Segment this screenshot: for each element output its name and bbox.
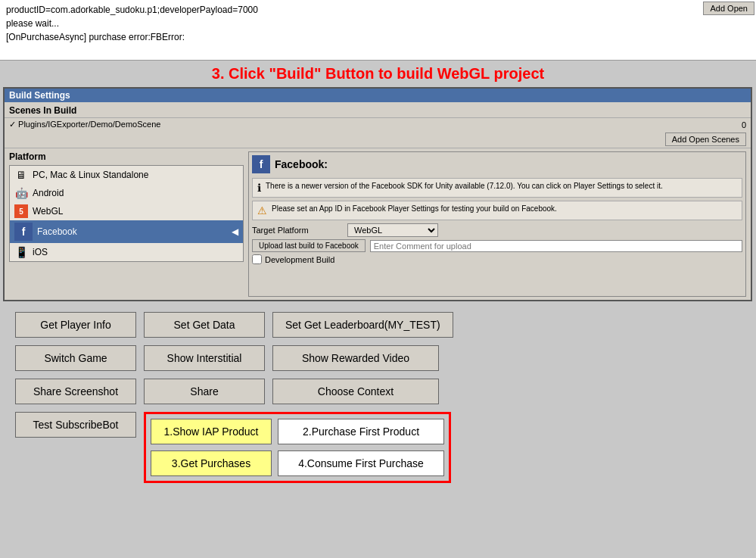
- button-row-4: Test SubscribeBot 1.Show IAP Product 2.P…: [15, 412, 741, 483]
- set-get-leaderboard-button[interactable]: Set Get Leaderboard(MY_TEST): [272, 312, 453, 338]
- share-screenshot-button[interactable]: Share Screenshot: [15, 379, 136, 404]
- log-text: productID=com.adorkable_sudoku.p1;develo…: [6, 5, 258, 42]
- iap-row-2: 3.Get Purchases 4.Consume First Purchase: [151, 450, 444, 476]
- webgl-icon: 5: [14, 204, 28, 218]
- right-panel-header: f Facebook:: [252, 155, 742, 173]
- log-area: productID=com.adorkable_sudoku.p1;develo…: [0, 0, 756, 61]
- show-iap-product-button[interactable]: 1.Show IAP Product: [151, 419, 272, 444]
- ios-icon: 📱: [14, 245, 28, 259]
- build-settings-title: Build Settings: [5, 89, 751, 102]
- platform-item-android[interactable]: 🤖 Android: [10, 184, 243, 202]
- sdk-notice: ℹ There is a newer version of the Facebo…: [252, 178, 742, 198]
- facebook-logo: f: [252, 155, 270, 173]
- pc-icon: 🖥: [14, 168, 28, 182]
- switch-game-button[interactable]: Switch Game: [15, 345, 136, 371]
- platform-item-ios[interactable]: 📱 iOS: [10, 243, 243, 261]
- platform-item-pc[interactable]: 🖥 PC, Mac & Linux Standalone: [10, 166, 243, 184]
- scenes-in-build-header: Scenes In Build: [5, 102, 751, 118]
- platform-item-label: PC, Mac & Linux Standalone: [33, 170, 148, 180]
- purchase-first-product-button[interactable]: 2.Purchase First Product: [278, 419, 444, 444]
- step-label: 3. Click "Build" Button to build WebGL p…: [0, 61, 756, 87]
- target-platform-row: Target Platform WebGL: [252, 223, 742, 237]
- get-purchases-button[interactable]: 3.Get Purchases: [151, 450, 272, 476]
- platform-item-webgl[interactable]: 5 WebGL: [10, 202, 243, 220]
- iap-group: 1.Show IAP Product 2.Purchase First Prod…: [144, 412, 451, 483]
- right-panel-title: Facebook:: [275, 158, 328, 170]
- buttons-area: Get Player Info Set Get Data Set Get Lea…: [0, 304, 756, 498]
- test-subscribe-bot-button[interactable]: Test SubscribeBot: [15, 412, 136, 438]
- switch-platform-icon: ◀: [232, 226, 238, 237]
- upload-comment-input[interactable]: [370, 240, 742, 252]
- log-line3: [OnPurchaseAsync] purchase error:FBError…: [6, 32, 185, 42]
- scene-checkbox[interactable]: ✓ Plugins/IGExporter/Demo/DemoScene: [9, 120, 160, 129]
- button-row-1: Get Player Info Set Get Data Set Get Lea…: [15, 312, 741, 338]
- log-line1: productID=com.adorkable_sudoku.p1;develo…: [6, 5, 258, 15]
- platform-item-label: WebGL: [33, 206, 63, 217]
- appid-notice-text: Please set an App ID in Facebook Player …: [272, 204, 557, 213]
- add-open-button[interactable]: Add Open: [703, 2, 754, 15]
- platform-list: 🖥 PC, Mac & Linux Standalone 🤖 Android 5…: [9, 165, 244, 262]
- add-open-scenes-button[interactable]: Add Open Scenes: [665, 132, 746, 146]
- right-panel: f Facebook: ℹ There is a newer version o…: [248, 151, 746, 297]
- scene-index: 0: [742, 120, 746, 129]
- target-platform-select[interactable]: WebGL: [347, 223, 438, 237]
- show-interstitial-button[interactable]: Show Interstitial: [144, 345, 265, 371]
- platform-item-label: iOS: [33, 247, 48, 257]
- button-row-2: Switch Game Show Interstitial Show Rewar…: [15, 345, 741, 371]
- build-settings-panel: Build Settings Scenes In Build ✓ Plugins…: [3, 87, 752, 301]
- upload-row: Upload last build to Facebook: [252, 239, 742, 252]
- platform-section: Platform 🖥 PC, Mac & Linux Standalone 🤖 …: [5, 148, 751, 300]
- platform-column: Platform 🖥 PC, Mac & Linux Standalone 🤖 …: [9, 151, 244, 297]
- get-player-info-button[interactable]: Get Player Info: [15, 312, 136, 338]
- log-line2: please wait...: [6, 18, 59, 29]
- iap-row-1: 1.Show IAP Product 2.Purchase First Prod…: [151, 419, 444, 444]
- consume-first-purchase-button[interactable]: 4.Consume First Purchase: [278, 450, 444, 476]
- platform-item-facebook[interactable]: f Facebook ◀: [10, 220, 243, 243]
- dev-build-row: Development Build: [252, 254, 742, 264]
- appid-notice: ⚠ Please set an App ID in Facebook Playe…: [252, 201, 742, 220]
- android-icon: 🤖: [14, 186, 28, 200]
- platform-label: Platform: [9, 151, 244, 162]
- info-icon: ℹ: [257, 182, 261, 194]
- share-button[interactable]: Share: [144, 379, 265, 404]
- dev-build-checkbox[interactable]: [252, 254, 262, 264]
- platform-item-label: Android: [33, 188, 64, 198]
- upload-button[interactable]: Upload last build to Facebook: [252, 239, 366, 252]
- scene-entry: ✓ Plugins/IGExporter/Demo/DemoScene 0: [5, 118, 751, 131]
- dev-build-label: Development Build: [265, 255, 334, 264]
- platform-item-label: Facebook: [37, 226, 77, 237]
- target-platform-label: Target Platform: [252, 226, 343, 235]
- sdk-notice-text: There is a newer version of the Facebook…: [266, 182, 663, 190]
- scenes-footer: Add Open Scenes: [5, 131, 751, 148]
- choose-context-button[interactable]: Choose Context: [272, 379, 439, 404]
- facebook-icon: f: [14, 223, 33, 241]
- show-rewarded-video-button[interactable]: Show Rewarded Video: [272, 345, 439, 371]
- warning-icon: ⚠: [257, 204, 267, 217]
- button-row-3: Share Screenshot Share Choose Context: [15, 379, 741, 404]
- set-get-data-button[interactable]: Set Get Data: [144, 312, 265, 338]
